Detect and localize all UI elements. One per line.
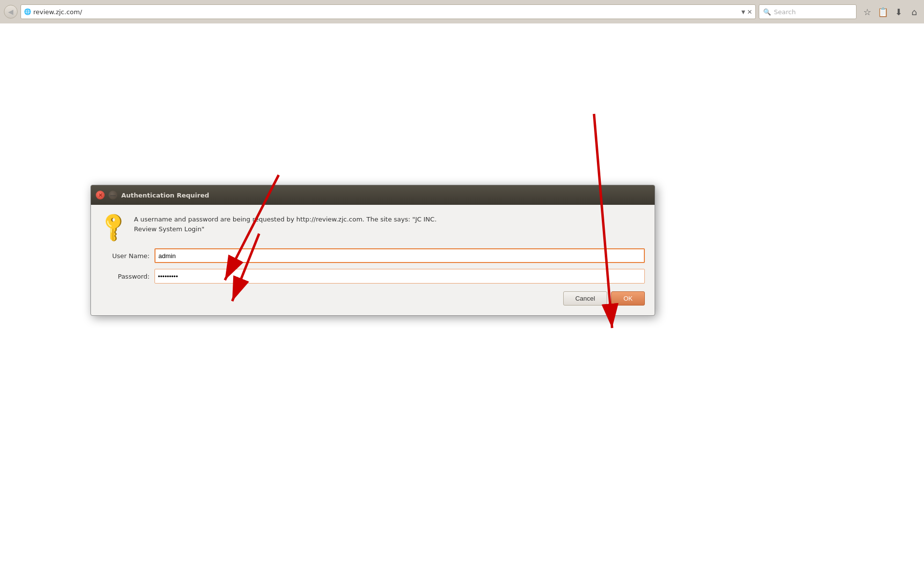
home-button[interactable]: ⌂ [908, 6, 920, 18]
password-input[interactable] [154, 269, 645, 284]
password-row: Password: [101, 269, 645, 284]
search-placeholder: Search [774, 8, 796, 16]
search-icon: 🔍 [763, 8, 771, 16]
dialog-info-row: 🔑 A username and password are being requ… [101, 215, 645, 239]
back-icon: ◀ [8, 8, 14, 16]
dialog-minimize-button[interactable]: — [109, 191, 117, 199]
browser-toolbar: ◀ 🌐 review.zjc.com/ ▼ ✕ 🔍 Search ☆ 📋 ⬇ ⌂ [0, 0, 924, 24]
dialog-info-line1: A username and password are being reques… [134, 215, 437, 224]
dialog-body: 🔑 A username and password are being requ… [91, 205, 655, 315]
username-label: User Name: [101, 252, 154, 260]
address-bar[interactable]: 🌐 review.zjc.com/ ▼ ✕ [21, 4, 756, 19]
cancel-button[interactable]: Cancel [563, 291, 607, 306]
address-dropdown-icon[interactable]: ▼ [741, 9, 745, 15]
username-input[interactable] [154, 248, 645, 263]
search-box[interactable]: 🔍 Search [759, 4, 857, 19]
page-content: ✕ — Authentication Required 🔑 A username… [0, 23, 924, 570]
bookmark-star-button[interactable]: ☆ [861, 6, 873, 18]
auth-dialog: ✕ — Authentication Required 🔑 A username… [90, 185, 655, 316]
dialog-titlebar: ✕ — Authentication Required [91, 185, 655, 205]
back-button[interactable]: ◀ [4, 5, 18, 19]
bookmark-manager-button[interactable]: 📋 [877, 6, 889, 18]
username-row: User Name: [101, 248, 645, 263]
ok-button[interactable]: OK [611, 291, 645, 306]
address-text: review.zjc.com/ [33, 8, 739, 16]
password-label: Password: [101, 273, 154, 280]
page-icon: 🌐 [24, 8, 31, 15]
dialog-info-text: A username and password are being reques… [134, 215, 437, 234]
address-close-icon[interactable]: ✕ [747, 8, 752, 16]
dialog-close-button[interactable]: ✕ [96, 191, 105, 199]
key-icon: 🔑 [96, 209, 131, 244]
download-button[interactable]: ⬇ [893, 6, 904, 18]
dialog-title: Authentication Required [121, 192, 650, 199]
dialog-info-line2: Review System Login" [134, 224, 437, 234]
dialog-overlay: ✕ — Authentication Required 🔑 A username… [0, 23, 924, 570]
dialog-buttons: Cancel OK [101, 291, 645, 306]
